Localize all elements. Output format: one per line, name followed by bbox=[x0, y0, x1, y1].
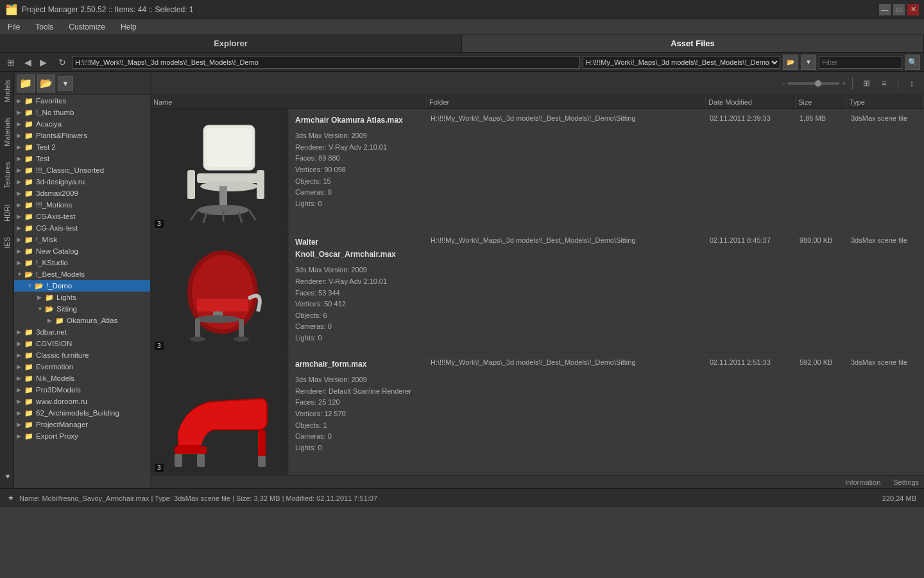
home-button[interactable]: ⊞ bbox=[4, 55, 18, 69]
col-header-date[interactable]: Date Modified bbox=[706, 95, 796, 109]
file-row[interactable]: 3 Armchair Okamura Atlas.max 3ds Max Ver… bbox=[151, 109, 924, 231]
forward-button[interactable]: ▶ bbox=[36, 55, 50, 69]
folder-icon: 📁 bbox=[24, 213, 33, 221]
close-button[interactable]: ✕ bbox=[907, 4, 919, 15]
sidebar-hdri[interactable]: HDRI bbox=[2, 197, 12, 229]
tree-item[interactable]: ▶📁CGVISION bbox=[14, 338, 150, 349]
maximize-button[interactable]: □ bbox=[893, 4, 905, 15]
tree-item[interactable]: ▶📁!!!_Classic_Unsorted bbox=[14, 164, 150, 176]
tree-arrow-icon: ▶ bbox=[17, 202, 24, 208]
content-area: Models Materials Textures HDRI IES ★ 📁 📂… bbox=[0, 72, 924, 488]
tab-explorer[interactable]: Explorer bbox=[0, 35, 462, 52]
search-button[interactable]: 🔍 bbox=[905, 55, 920, 70]
tree-item[interactable]: ▶📁CG-Axis-test bbox=[14, 222, 150, 234]
path-input[interactable] bbox=[72, 56, 580, 69]
more-options-button[interactable]: ▼ bbox=[58, 76, 73, 91]
grid-view-button[interactable]: ⊞ bbox=[859, 76, 873, 91]
tree-item[interactable]: ▶📁!_KStudio bbox=[14, 257, 150, 268]
right-panel: − + ⊞ ≡ ↕ Name Folder Date Modified Size… bbox=[151, 72, 924, 488]
tree-item[interactable]: ▶📁Test 2 bbox=[14, 141, 150, 153]
tab-assetfiles[interactable]: Asset Files bbox=[462, 35, 924, 52]
back-button[interactable]: ◀ bbox=[21, 55, 35, 69]
col-header-folder[interactable]: Folder bbox=[427, 95, 706, 109]
sidebar-materials[interactable]: Materials bbox=[2, 110, 12, 154]
tree-item[interactable]: ▶📁Okamura_Atlas bbox=[14, 315, 150, 326]
tree-item[interactable]: ▶📁3dbar.net bbox=[14, 326, 150, 338]
tree-container[interactable]: ▶📁Favorites▶📁!_No thumb▶📁Acaciya▶📁Plants… bbox=[14, 95, 150, 488]
sidebar-star[interactable]: ★ bbox=[1, 464, 12, 488]
tree-item-label: Favorites bbox=[36, 97, 66, 105]
tree-item[interactable]: ▶📁3d-designya.ru bbox=[14, 176, 150, 188]
tree-item-label: CGVISION bbox=[36, 340, 72, 347]
tree-item[interactable]: ▶📁ProjectManager bbox=[14, 419, 150, 430]
tree-item[interactable]: ▼📂!_Demo bbox=[14, 280, 150, 292]
tree-item[interactable]: ▶📁Lights bbox=[14, 292, 150, 303]
filter-input[interactable] bbox=[819, 56, 902, 69]
title-bar-controls[interactable]: — □ ✕ bbox=[879, 4, 919, 15]
tree-item[interactable]: ▶📁Test bbox=[14, 153, 150, 164]
tree-item[interactable]: ▶📁62_Archimodels_Building bbox=[14, 407, 150, 419]
tree-item[interactable]: ▶📁Plants&Flowers bbox=[14, 130, 150, 141]
tree-arrow-icon: ▶ bbox=[17, 132, 24, 139]
add-catalog-button[interactable]: 📁 bbox=[17, 74, 35, 92]
sort-button[interactable]: ↕ bbox=[905, 76, 919, 91]
tree-item[interactable]: ▶📁CGAxis-test bbox=[14, 211, 150, 222]
thumb-count: 3 bbox=[155, 342, 164, 350]
tree-arrow-icon: ▶ bbox=[17, 155, 24, 162]
file-type: 3dsMax scene file bbox=[847, 231, 924, 353]
tree-item[interactable]: ▼📂Sitting bbox=[14, 303, 150, 315]
file-name: armchair_form.max bbox=[295, 358, 420, 371]
tree-item[interactable]: ▶📁!_Misk bbox=[14, 234, 150, 245]
path-dropdown[interactable]: H:\!!!My_Work\!_Maps\_3d models\!_Best_M… bbox=[583, 56, 780, 69]
tree-item[interactable]: ▶📁Favorites bbox=[14, 95, 150, 107]
tree-item[interactable]: ▶📁Evermotion bbox=[14, 361, 150, 372]
tree-item[interactable]: ▶📁3dsmax2009 bbox=[14, 188, 150, 199]
menu-file[interactable]: File bbox=[5, 21, 22, 33]
file-row[interactable]: 3 Walter Knoll_Oscar_Armchair.max 3ds Ma… bbox=[151, 231, 924, 353]
menu-customize[interactable]: Customize bbox=[66, 21, 108, 33]
refresh-button[interactable]: ↻ bbox=[55, 55, 69, 69]
tree-item[interactable]: ▶📁Classic furniture bbox=[14, 349, 150, 361]
tree-item[interactable]: ▶📁!!!_Motions bbox=[14, 199, 150, 211]
sidebar-models[interactable]: Models bbox=[2, 72, 12, 110]
thumb-count: 3 bbox=[155, 220, 164, 228]
file-lights: Lights: 0 bbox=[295, 198, 420, 210]
tree-arrow-icon: ▶ bbox=[17, 167, 24, 173]
tree-item[interactable]: ▶📁Acaciya bbox=[14, 118, 150, 130]
path-options-button[interactable]: ▼ bbox=[801, 55, 816, 70]
menu-tools[interactable]: Tools bbox=[33, 21, 56, 33]
tree-item-label: ProjectManager bbox=[36, 421, 88, 428]
add-subfolder-button[interactable]: 📂 bbox=[37, 74, 55, 92]
tree-item-label: Evermotion bbox=[36, 363, 73, 371]
settings-button[interactable]: Settings bbox=[893, 478, 919, 486]
col-header-size[interactable]: Size bbox=[796, 95, 847, 109]
information-button[interactable]: Information bbox=[845, 478, 880, 486]
tree-item[interactable]: ▶📁Nik_Models bbox=[14, 372, 150, 384]
sidebar-ies[interactable]: IES bbox=[2, 229, 12, 256]
file-row[interactable]: 3 armchair_form.max 3ds Max Version: 200… bbox=[151, 353, 924, 475]
tree-item[interactable]: ▶📁New Catalog bbox=[14, 245, 150, 257]
sidebar-textures[interactable]: Textures bbox=[2, 154, 12, 197]
tree-arrow-icon: ▼ bbox=[37, 306, 45, 312]
tree-item[interactable]: ▶📁Export Proxy bbox=[14, 430, 150, 442]
file-list[interactable]: 3 Armchair Okamura Atlas.max 3ds Max Ver… bbox=[151, 109, 924, 475]
folder-icon: 📁 bbox=[24, 236, 33, 244]
zoom-slider-container: − + bbox=[782, 80, 846, 87]
file-cameras: Cameras: 0 bbox=[295, 187, 420, 198]
browse-button[interactable]: 📂 bbox=[783, 55, 798, 70]
menu-help[interactable]: Help bbox=[118, 21, 139, 33]
tree-arrow-icon: ▶ bbox=[17, 179, 24, 185]
tree-item-label: CG-Axis-test bbox=[36, 224, 78, 232]
minimize-button[interactable]: — bbox=[879, 4, 891, 15]
zoom-slider[interactable] bbox=[788, 82, 839, 85]
folder-icon: 📁 bbox=[24, 374, 33, 383]
tree-item[interactable]: ▶📁!_No thumb bbox=[14, 107, 150, 118]
list-view-button[interactable]: ≡ bbox=[877, 76, 891, 91]
col-header-type[interactable]: Type bbox=[847, 95, 924, 109]
tree-item[interactable]: ▶📁www.doroom.ru bbox=[14, 396, 150, 407]
tree-arrow-icon: ▶ bbox=[17, 421, 24, 428]
tree-item[interactable]: ▶📁Pro3DModels bbox=[14, 384, 150, 396]
tree-item-label: CGAxis-test bbox=[36, 213, 75, 220]
col-header-name[interactable]: Name bbox=[151, 95, 427, 109]
tree-item[interactable]: ▼📂!_Best_Models bbox=[14, 268, 150, 280]
